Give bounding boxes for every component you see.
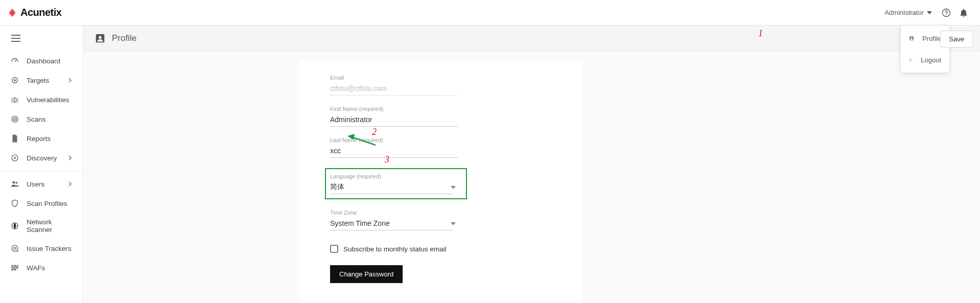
menu-toggle[interactable] — [0, 26, 83, 51]
sidebar-item-issue-trackers[interactable]: Issue Trackers — [0, 239, 83, 258]
subscribe-label: Subscribe to monthly status email — [343, 245, 447, 253]
sidebar-item-reports[interactable]: Reports — [0, 129, 83, 148]
svg-rect-18 — [331, 245, 338, 252]
network-icon — [10, 221, 19, 230]
chevron-right-icon — [67, 78, 73, 83]
field-label-first-name: First Name (required) — [330, 106, 552, 112]
field-language: Language (required) — [325, 168, 467, 199]
target-icon — [10, 76, 19, 85]
dropdown-item-label: Logout — [921, 56, 941, 64]
nav-separator — [0, 171, 83, 171]
gauge-icon — [10, 56, 19, 65]
sidebar-item-targets[interactable]: Targets — [0, 71, 83, 90]
page-title: Profile — [112, 33, 136, 43]
dropdown-item-logout[interactable]: Logout — [901, 49, 949, 71]
user-menu-trigger[interactable]: Administrator — [884, 9, 932, 16]
acunetix-logo-icon — [7, 8, 17, 18]
field-email: Email — [330, 75, 552, 96]
brand-logo: Acunetix — [7, 7, 61, 18]
caret-down-icon — [927, 10, 932, 15]
svg-point-15 — [99, 36, 102, 39]
sidebar-item-label: Reports — [27, 135, 51, 143]
waf-icon — [10, 263, 19, 272]
svg-point-9 — [13, 181, 15, 184]
users-icon — [10, 179, 19, 189]
shield-icon — [10, 199, 19, 208]
sidebar-item-wafs[interactable]: WAFs — [0, 258, 83, 277]
svg-point-12 — [12, 245, 18, 251]
change-password-button[interactable]: Change Password — [330, 265, 403, 283]
sidebar-item-scans[interactable]: Scans — [0, 109, 83, 129]
sidebar-item-label: Issue Trackers — [27, 245, 72, 252]
svg-point-17 — [911, 37, 913, 39]
timezone-select[interactable] — [330, 217, 453, 230]
subscribe-checkbox-row[interactable]: Subscribe to monthly status email — [330, 245, 552, 253]
profile-page-icon — [95, 33, 106, 44]
chevron-right-icon — [67, 155, 73, 160]
bug-icon — [10, 95, 19, 104]
chevron-right-icon — [67, 181, 73, 187]
email-input — [330, 82, 458, 96]
sidebar-item-label: WAFs — [27, 264, 45, 272]
sidebar-item-network-scanner[interactable]: Network Scanner — [0, 213, 83, 239]
svg-point-7 — [14, 119, 15, 120]
sidebar-item-vulnerabilities[interactable]: Vulnerabilities — [0, 90, 83, 109]
checkbox-unchecked-icon — [330, 245, 338, 253]
field-last-name: Last Name (required) — [330, 137, 552, 158]
field-label-timezone: Time Zone — [330, 209, 552, 216]
field-label-email: Email — [330, 75, 552, 81]
language-select[interactable] — [330, 181, 453, 194]
sidebar-item-label: Dashboard — [27, 57, 60, 65]
person-icon — [909, 34, 914, 43]
topbar: Acunetix Administrator — [0, 0, 980, 26]
last-name-input[interactable] — [330, 145, 458, 158]
field-label-language: Language (required) — [330, 173, 462, 179]
compass-icon — [10, 153, 19, 162]
sidebar-item-label: Scans — [27, 115, 46, 123]
profile-form-card: Email First Name (required) Last Name (r… — [299, 60, 583, 303]
user-name: Administrator — [884, 9, 924, 16]
sidebar-item-label: Vulnerabilities — [27, 96, 69, 104]
sidebar-item-label: Users — [27, 180, 44, 188]
file-icon — [10, 134, 19, 143]
sidebar-item-label: Scan Profiles — [27, 200, 67, 207]
field-first-name: First Name (required) — [330, 106, 552, 127]
hamburger-icon — [11, 35, 20, 42]
logout-icon — [909, 55, 913, 64]
page-header: Profile — [83, 26, 980, 51]
sidebar-item-label: Discovery — [27, 154, 57, 162]
brand-name: Acunetix — [20, 7, 61, 18]
svg-point-3 — [14, 79, 16, 81]
svg-point-1 — [946, 14, 947, 14]
help-button[interactable] — [941, 8, 951, 18]
dropdown-item-label: Profile — [922, 35, 941, 42]
sidebar-item-scan-profiles[interactable]: Scan Profiles — [0, 194, 83, 213]
field-timezone: Time Zone — [330, 209, 552, 230]
sidebar-item-label: Targets — [27, 77, 49, 84]
save-button[interactable]: Save — [940, 31, 973, 48]
radar-icon — [10, 114, 19, 124]
content-area: Email First Name (required) Last Name (r… — [83, 51, 980, 303]
first-name-input[interactable] — [330, 113, 458, 127]
sidebar-item-dashboard[interactable]: Dashboard — [0, 51, 83, 71]
sidebar-item-label: Network Scanner — [27, 218, 73, 234]
bell-icon — [959, 8, 969, 18]
sidebar-item-users[interactable]: Users — [0, 174, 83, 194]
tracker-icon — [10, 244, 19, 253]
svg-point-10 — [15, 182, 17, 184]
field-label-last-name: Last Name (required) — [330, 137, 552, 143]
help-icon — [941, 8, 951, 18]
svg-point-13 — [14, 247, 16, 250]
notifications-button[interactable] — [959, 8, 969, 18]
sidebar-item-discovery[interactable]: Discovery — [0, 148, 83, 168]
sidebar: Dashboard Targets Vulnerabilities Scans … — [0, 26, 83, 303]
